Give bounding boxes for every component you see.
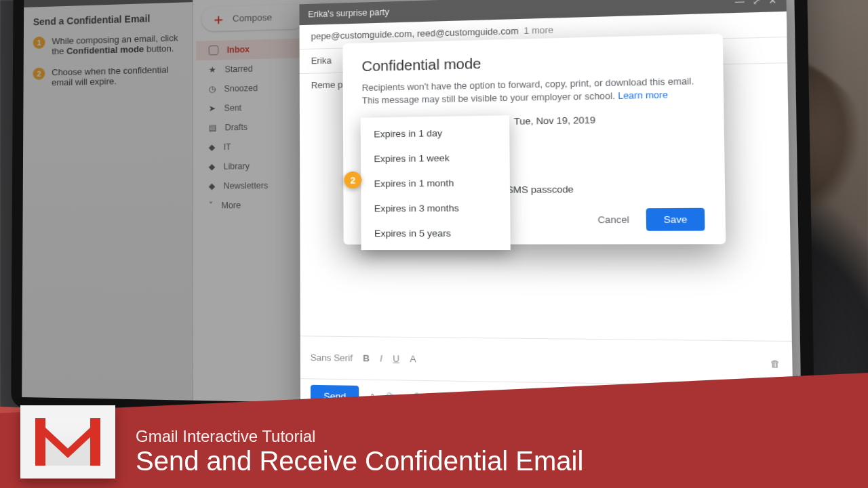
compose-subject: Erika [311, 56, 332, 66]
banner-title: Send and Receive Confidential Email [136, 446, 583, 476]
trash-icon[interactable]: 🗑 [770, 359, 781, 369]
compose-window-title: Erika's surprise party [308, 7, 389, 20]
step-badge-1: 1 [33, 36, 45, 48]
drafts-icon: ▤ [209, 123, 216, 132]
step-badge-2: 2 [33, 67, 45, 79]
step-1-text: While composing an email, click the Conf… [52, 33, 182, 56]
italic-icon[interactable]: I [380, 353, 382, 363]
clock-icon: ◷ [209, 84, 216, 94]
sidebar-item-newsletters[interactable]: ◆Newsletters [196, 176, 311, 196]
compose-more-recipients: 1 more [524, 25, 553, 36]
font-picker[interactable]: Sans Serif [311, 352, 353, 363]
instruction-step-2: 2 Choose when the confidential email wil… [23, 60, 192, 95]
banner-text: Gmail Interactive Tutorial Send and Rece… [136, 427, 583, 476]
label-icon: ◆ [209, 162, 215, 171]
step-hint-bubble: 2 [344, 171, 361, 188]
dialog-description: Recipients won't have the option to forw… [362, 75, 703, 107]
gmail-logo-icon [35, 418, 100, 466]
expire-option-5-years[interactable]: Expires in 5 years [361, 220, 510, 245]
label-icon: ◆ [209, 181, 215, 190]
expire-option-3-months[interactable]: Expires in 3 months [361, 195, 510, 221]
inbox-icon [209, 45, 219, 56]
dialog-title: Confidential mode [361, 50, 703, 75]
star-icon: ★ [209, 65, 216, 75]
expire-option-1-week[interactable]: Expires in 1 week [361, 145, 510, 171]
text-color-icon[interactable]: A [410, 354, 416, 364]
sidebar-item-library[interactable]: ◆Library [196, 156, 311, 177]
sidebar-item-snoozed[interactable]: ◷Snoozed [196, 77, 311, 99]
instruction-pane: Send and Receive Confidential Email Send… [22, 0, 193, 401]
banner-subtitle: Gmail Interactive Tutorial [136, 427, 583, 446]
expiration-dropdown[interactable]: Expires in 1 day Expires in 1 week Expir… [361, 115, 511, 250]
save-button[interactable]: Save [646, 208, 705, 231]
compose-toolbar: Sans Serif B I U A 🗑 [300, 336, 793, 386]
underline-icon[interactable]: U [393, 354, 399, 364]
screen: Send and Receive Confidential Email Send… [22, 0, 801, 412]
sidebar-item-more[interactable]: ˅More [196, 195, 311, 216]
step-2-text: Choose when the confidential email will … [52, 64, 182, 87]
expand-icon[interactable]: ⤢ [753, 0, 761, 7]
expire-option-1-day[interactable]: Expires in 1 day [361, 119, 510, 146]
sidebar-item-it[interactable]: ◆IT [196, 136, 311, 157]
sent-icon: ➤ [209, 104, 216, 113]
gmail-logo-tile [20, 405, 115, 479]
sidebar-item-drafts[interactable]: ▤Drafts [196, 117, 311, 138]
minimize-icon[interactable]: — [735, 0, 745, 7]
chevron-down-icon: ˅ [209, 201, 213, 210]
sidebar-item-inbox[interactable]: Inbox [196, 38, 311, 60]
compose-button[interactable]: ＋ Compose [201, 4, 305, 31]
close-icon[interactable]: ✕ [768, 0, 776, 6]
learn-more-link[interactable]: Learn more [618, 90, 668, 101]
compose-label: Compose [233, 12, 272, 24]
bold-icon[interactable]: B [363, 353, 370, 363]
cancel-button[interactable]: Cancel [591, 209, 635, 232]
expire-option-1-month[interactable]: Expires in 1 month [361, 170, 510, 197]
gmail-sidebar: ＋ Compose Inbox ★Starred ◷Snoozed ➤Sent … [193, 0, 315, 403]
instruction-step-1: 1 While composing an email, click the Co… [24, 28, 193, 64]
gmail-app: Gmail ＋ Compose Inbox ★Starred ◷Snoozed … [193, 0, 802, 412]
plus-icon: ＋ [212, 14, 226, 23]
label-icon: ◆ [209, 142, 215, 152]
sidebar-item-sent[interactable]: ➤Sent [196, 97, 311, 119]
sidebar-item-starred[interactable]: ★Starred [196, 58, 311, 80]
expiration-date: Tue, Nov 19, 2019 [514, 115, 595, 127]
monitor-frame: Send and Receive Confidential Email Send… [11, 0, 814, 424]
